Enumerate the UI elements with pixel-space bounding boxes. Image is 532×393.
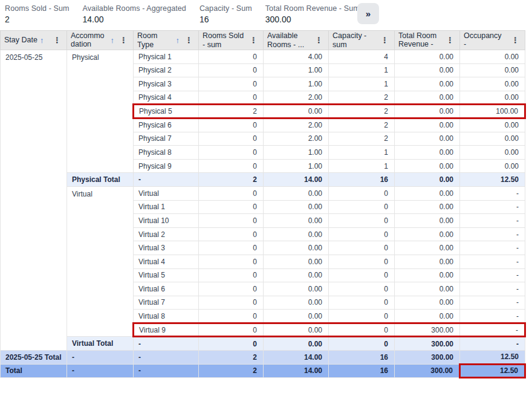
kpi-label: Total Room Revenue - Sum bbox=[265, 4, 360, 13]
grand-total-row: Total--214.0016300.0012.50 bbox=[1, 364, 525, 378]
cell-capacity: 2 bbox=[329, 132, 395, 146]
cell-capacity: 0 bbox=[329, 214, 395, 228]
kpi-value: 2 bbox=[5, 15, 70, 24]
cell-occupancy: 0.00 bbox=[460, 63, 525, 77]
column-label: Capacity - sum bbox=[332, 31, 375, 49]
table-header: Stay Date ↑ ⋮ Accommodation Kind ↑ ⋮ Roo… bbox=[1, 31, 525, 50]
cell-room-type: Physical 7 bbox=[134, 132, 199, 146]
column-menu-icon[interactable]: ⋮ bbox=[312, 36, 326, 45]
cell-rooms-sold: 0 bbox=[199, 63, 264, 77]
cell-room-type: - bbox=[134, 337, 199, 351]
cell-revenue: 0.00 bbox=[395, 241, 460, 255]
column-header-occupancy[interactable]: Occupancy - aggregated ⋮ bbox=[460, 31, 525, 50]
column-menu-icon[interactable]: ⋮ bbox=[378, 36, 392, 45]
column-menu-icon[interactable]: ⋮ bbox=[182, 36, 196, 45]
column-header-total-room-revenue[interactable]: Total Room Revenue - sum ⋮ bbox=[395, 31, 460, 50]
cell-revenue: 0.00 bbox=[395, 268, 460, 282]
cell-rooms-sold: 0 bbox=[199, 91, 264, 105]
column-header-room-type[interactable]: Room Type ↑ ⋮ bbox=[134, 31, 199, 50]
cell-room-type: Physical 1 bbox=[134, 50, 199, 64]
cell-occupancy: 0.00 bbox=[460, 132, 525, 146]
cell-room-type: Virtual 10 bbox=[134, 214, 199, 228]
cell-available-rooms: 0.00 bbox=[264, 227, 329, 241]
cell-rooms-sold: 0 bbox=[199, 241, 264, 255]
column-header-capacity[interactable]: Capacity - sum ⋮ bbox=[329, 31, 395, 50]
cell-occupancy: - bbox=[460, 214, 525, 228]
cell-available-rooms: 1.00 bbox=[264, 63, 329, 77]
cell-room-type: - bbox=[134, 351, 199, 365]
column-label: Rooms Sold - sum bbox=[203, 31, 244, 49]
cell-available-rooms: 1.00 bbox=[264, 77, 329, 91]
cell-rooms-sold: 0 bbox=[199, 159, 264, 173]
cell-rooms-sold: 0 bbox=[199, 310, 264, 323]
column-header-accommodation-kind[interactable]: Accommodation Kind ↑ ⋮ bbox=[67, 31, 134, 50]
cell-room-type: Virtual 8 bbox=[134, 310, 199, 323]
kpi-value: 16 bbox=[199, 15, 252, 24]
cell-room-type: Physical 4 bbox=[134, 91, 199, 105]
cell-rooms-sold: 0 bbox=[199, 132, 264, 146]
cell-capacity: 0 bbox=[329, 337, 395, 351]
column-menu-icon[interactable]: ⋮ bbox=[443, 36, 457, 45]
column-label: Stay Date bbox=[4, 36, 37, 44]
kpi-capacity: Capacity - Sum 16 bbox=[199, 4, 252, 24]
cell-available-rooms: 1.00 bbox=[264, 146, 329, 160]
cell-available-rooms: 2.00 bbox=[264, 118, 329, 132]
sort-asc-icon: ↑ bbox=[40, 36, 44, 45]
kpi-value: 14.00 bbox=[83, 15, 186, 24]
cell-rooms-sold: 0 bbox=[199, 118, 264, 132]
cell-rooms-sold: 2 bbox=[199, 173, 264, 187]
cell-revenue: 300.00 bbox=[395, 351, 460, 365]
cell-available-rooms: 0.00 bbox=[264, 337, 329, 351]
column-label: Accommodation Kind bbox=[71, 31, 108, 50]
subtotal-row: Virtual Total-00.000300.00- bbox=[1, 337, 525, 351]
cell-revenue: 300.00 bbox=[395, 337, 460, 351]
cell-room-type: Physical 2 bbox=[134, 63, 199, 77]
cell-rooms-sold: 0 bbox=[199, 282, 264, 296]
cell-capacity: 0 bbox=[329, 310, 395, 323]
column-header-available-rooms[interactable]: Available Rooms - ... ⋮ bbox=[264, 31, 329, 50]
cell-occupancy: - bbox=[460, 310, 525, 323]
cell-revenue: 0.00 bbox=[395, 282, 460, 296]
cell-room-type: Virtual 2 bbox=[134, 227, 199, 241]
cell-capacity: 16 bbox=[329, 351, 395, 365]
cell-capacity: 2 bbox=[329, 105, 395, 119]
cell-rooms-sold: 0 bbox=[199, 337, 264, 351]
cell-rooms-sold: 2 bbox=[199, 351, 264, 365]
cell-available-rooms: 14.00 bbox=[264, 351, 329, 365]
cell-occupancy: - bbox=[460, 255, 525, 268]
cell-capacity: 2 bbox=[329, 118, 395, 132]
cell-accommodation-kind: Physical bbox=[67, 50, 134, 173]
column-header-rooms-sold[interactable]: Rooms Sold - sum ⋮ bbox=[199, 31, 264, 50]
cell-revenue: 0.00 bbox=[395, 214, 460, 228]
kpi-total-room-revenue: Total Room Revenue - Sum 300.00 bbox=[265, 4, 360, 24]
column-label: Total Room Revenue - sum bbox=[398, 31, 441, 50]
cell-revenue: 0.00 bbox=[395, 91, 460, 105]
cell-revenue: 0.00 bbox=[395, 186, 460, 200]
cell-available-rooms: 0.00 bbox=[264, 323, 329, 337]
cell-capacity: 1 bbox=[329, 146, 395, 160]
column-menu-icon[interactable]: ⋮ bbox=[117, 36, 131, 45]
cell-stay-date: 2025-05-25 bbox=[1, 50, 67, 351]
cell-occupancy: 0.00 bbox=[460, 146, 525, 160]
cell-capacity: 0 bbox=[329, 200, 395, 214]
cell-capacity: 0 bbox=[329, 296, 395, 310]
cell-room-type: Physical 9 bbox=[134, 159, 199, 173]
cell-available-rooms: 0.00 bbox=[264, 282, 329, 296]
column-menu-icon[interactable]: ⋮ bbox=[247, 36, 261, 45]
date-total-row: 2025-05-25 Total--214.0016300.0012.50 bbox=[1, 351, 525, 365]
cell-capacity: 4 bbox=[329, 50, 395, 64]
cell-rooms-sold: 0 bbox=[199, 214, 264, 228]
column-header-stay-date[interactable]: Stay Date ↑ ⋮ bbox=[1, 31, 67, 50]
cell-capacity: 16 bbox=[329, 364, 395, 378]
cell-room-type: Virtual 7 bbox=[134, 296, 199, 310]
cell-available-rooms: 14.00 bbox=[264, 173, 329, 187]
cell-rooms-sold: 2 bbox=[199, 364, 264, 378]
expand-columns-button[interactable]: » bbox=[357, 3, 379, 24]
cell-available-rooms: 0.00 bbox=[264, 296, 329, 310]
cell-capacity: 0 bbox=[329, 241, 395, 255]
column-menu-icon[interactable]: ⋮ bbox=[508, 36, 522, 45]
column-menu-icon[interactable]: ⋮ bbox=[50, 36, 64, 45]
cell-rooms-sold: 0 bbox=[199, 50, 264, 64]
cell-occupancy: - bbox=[460, 337, 525, 351]
kpi-available-rooms: Available Rooms - Aggregated 14.00 bbox=[83, 4, 186, 24]
